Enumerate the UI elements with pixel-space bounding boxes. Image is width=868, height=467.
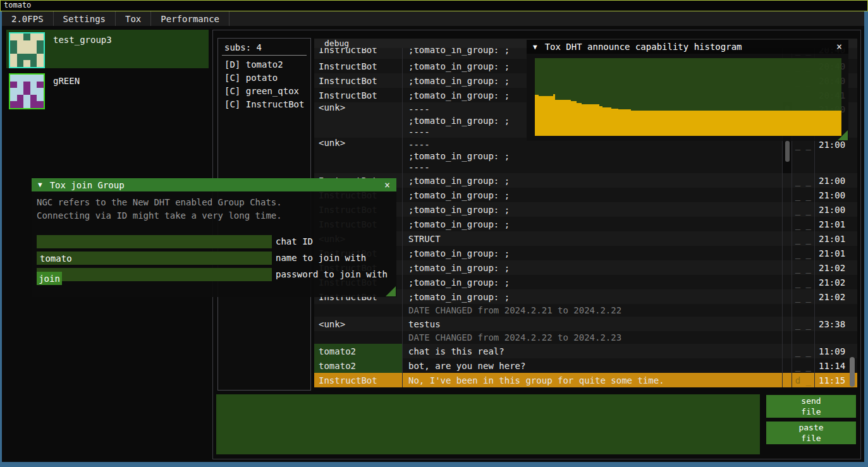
subs-member[interactable]: [C] InstructBot: [224, 98, 310, 111]
message-flags: _ _: [792, 275, 815, 289]
histogram-bar: [631, 111, 841, 136]
message-cell-scroll-gutter: [783, 260, 792, 275]
close-icon[interactable]: ×: [384, 179, 390, 191]
chat-row[interactable]: tomato2bot, are you new here?_ _11:14: [314, 358, 857, 373]
menu-item-2-0fps: 2.0FPS: [2, 11, 54, 26]
collapse-icon[interactable]: ▼: [38, 181, 42, 189]
message-flags: _ _: [792, 358, 815, 373]
message-text: DATE CHANGED from 2024.2.21 to 2024.2.22: [403, 304, 783, 317]
menu-item-performance[interactable]: Performance: [151, 11, 229, 26]
dht-histogram-plot: [535, 58, 841, 136]
chat-scrollbar-thumb[interactable]: [850, 357, 855, 387]
chat-scrollbar[interactable]: [848, 48, 856, 388]
message-cell-scroll-gutter: [783, 138, 792, 173]
message-flags: _ _: [792, 344, 815, 358]
chat-row[interactable]: tomato2chat is this real?_ _11:09: [314, 344, 857, 358]
close-icon[interactable]: ×: [836, 41, 842, 52]
dht-histogram-titlebar[interactable]: ▼ Tox DHT announce capability histogram …: [527, 40, 848, 54]
sender-name: InstructBot: [314, 373, 403, 387]
group-row-green[interactable]: gREEN: [6, 71, 209, 109]
chat-row[interactable]: <unk>testus_ _23:38: [314, 317, 857, 331]
message-cell-scroll-gutter: [783, 275, 792, 289]
message-text: ;tomato_in_group: ;: [403, 217, 783, 231]
sender-name: <unk>: [314, 102, 403, 138]
group-row-test_group3[interactable]: test_group3: [6, 30, 209, 68]
histogram-bar: [571, 101, 577, 136]
menu-bar: 2.0FPSSettingsToxPerformance: [2, 11, 864, 26]
subs-member[interactable]: [D] tomato2: [224, 58, 310, 71]
chat-row[interactable]: DATE CHANGED from 2024.2.22 to 2024.2.23: [314, 331, 857, 344]
collapse-icon[interactable]: ▼: [533, 43, 537, 51]
group-avatar: [9, 32, 45, 68]
message-flags: _ _: [792, 260, 815, 275]
menu-item-settings[interactable]: Settings: [54, 11, 116, 26]
group-name-label: gREEN: [53, 76, 80, 86]
window-title: tomato: [0, 0, 868, 11]
message-cell-scroll-gutter: [783, 246, 792, 260]
message-cell-scroll-gutter: [783, 304, 792, 317]
join-button[interactable]: join: [37, 272, 62, 285]
message-text: STRUCT: [403, 231, 783, 246]
join-group-titlebar[interactable]: ▼ Tox join Group ×: [32, 178, 396, 191]
message-text: chat is this real?: [403, 344, 783, 358]
join-field-label: password to join with: [276, 269, 396, 279]
message-cell-scroll-gutter: [783, 373, 792, 387]
chat-row[interactable]: InstructBotNo, I've been in this group f…: [314, 373, 857, 387]
message-scrollbar-thumb[interactable]: [785, 141, 790, 162]
histogram-bar: [539, 96, 553, 136]
group-avatar: [9, 73, 45, 109]
resize-grip[interactable]: [838, 130, 848, 140]
histogram-bar: [555, 100, 571, 136]
message-text: ;tomato_in_group: ;: [403, 289, 783, 304]
chat-row[interactable]: DATE CHANGED from 2024.2.21 to 2024.2.22: [314, 304, 857, 317]
subs-separator: [222, 55, 307, 56]
paste-file-button[interactable]: paste file: [766, 422, 856, 444]
message-flags: _ _: [792, 202, 815, 217]
join-field-row: name to join with: [37, 252, 272, 265]
message-cell-scroll-gutter: [783, 173, 792, 188]
chat-row[interactable]: <unk>---- ;tomato_in_group: ; ----_ _21:…: [314, 138, 857, 173]
subs-member[interactable]: [C] potato: [224, 71, 310, 85]
send-file-button[interactable]: send file: [766, 395, 856, 418]
sender-name: <unk>: [314, 317, 403, 331]
subs-member-list: [D] tomato2[C] potato[C] green_qtox[C] I…: [218, 58, 310, 111]
sender-name: tomato2: [314, 358, 403, 373]
sender-name: tomato2: [314, 344, 403, 358]
message-flags: [792, 304, 815, 317]
sender-name: [314, 331, 403, 344]
message-cell-scroll-gutter: [783, 217, 792, 231]
histogram-bar: [611, 109, 618, 136]
sender-name: InstructBot: [314, 73, 403, 88]
message-cell-scroll-gutter: [783, 202, 792, 217]
join-field-label: name to join with: [276, 253, 396, 263]
sender-name: <unk>: [314, 138, 403, 173]
message-cell-scroll-gutter: [783, 188, 792, 202]
join-input-name-to-join-with[interactable]: [37, 252, 272, 265]
join-field-row: password to join with: [37, 268, 272, 281]
join-input-chat-id[interactable]: [37, 235, 272, 248]
window-frame-right: [864, 11, 868, 467]
histogram-bar: [577, 103, 582, 136]
subs-member[interactable]: [C] green_qtox: [224, 85, 310, 98]
message-flags: _ _: [792, 289, 815, 304]
resize-grip[interactable]: [386, 286, 396, 296]
join-input-password-to-join-with[interactable]: [37, 268, 272, 281]
message-text: ;tomato_in_group: ;: [403, 246, 783, 260]
message-flags: _ _: [792, 173, 815, 188]
window-frame-bottom: [0, 462, 868, 467]
message-cell-scroll-gutter: [783, 289, 792, 304]
message-text: No, I've been in this group for quite so…: [403, 373, 783, 387]
sender-name: InstructBot: [314, 88, 403, 102]
join-group-window: ▼ Tox join Group × NGC refers to the New…: [32, 178, 396, 297]
sender-name: InstructBot: [314, 48, 403, 59]
message-text: DATE CHANGED from 2024.2.22 to 2024.2.23: [403, 331, 783, 344]
histogram-bar: [618, 109, 631, 136]
message-text: ;tomato_in_group: ;: [403, 188, 783, 202]
message-text: ---- ;tomato_in_group: ; ----: [403, 138, 783, 173]
dht-histogram-body: [527, 54, 848, 141]
message-flags: _ _: [792, 231, 815, 246]
menu-item-tox[interactable]: Tox: [116, 11, 151, 26]
message-input[interactable]: [216, 394, 760, 454]
sender-name: InstructBot: [314, 59, 403, 73]
message-cell-scroll-gutter: [783, 358, 792, 373]
